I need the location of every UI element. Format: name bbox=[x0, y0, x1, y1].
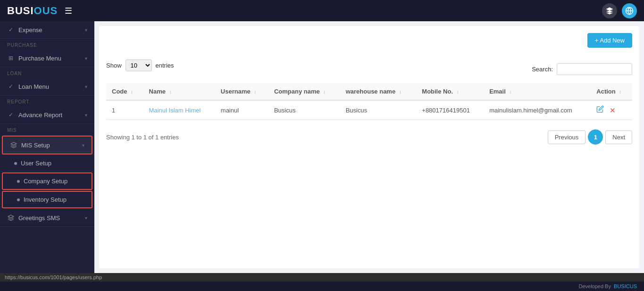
sidebar-item-purchase-left: ⊞ Purchase Menu bbox=[7, 54, 61, 62]
submenu-inventory-setup[interactable]: Inventory Setup bbox=[2, 191, 92, 208]
cell-company-name: Busicus bbox=[268, 100, 340, 120]
sort-action: ↕ bbox=[619, 89, 621, 94]
loan-section-label: LOAN bbox=[0, 67, 94, 78]
logo: BUSIOUS bbox=[7, 5, 58, 17]
cell-mobile: +8801716419501 bbox=[416, 100, 484, 120]
logo-text: BUSIOUS bbox=[7, 5, 58, 17]
mis-setup-item[interactable]: MIS Setup ▾ bbox=[2, 136, 92, 154]
submenu-user-setup[interactable]: User Setup bbox=[0, 155, 94, 171]
sort-warehouse: ↕ bbox=[399, 89, 401, 94]
user-setup-dot bbox=[14, 162, 17, 165]
globe-icon[interactable] bbox=[622, 3, 637, 18]
add-new-button[interactable]: + Add New bbox=[587, 33, 632, 48]
show-label: Show bbox=[106, 62, 122, 69]
sidebar-item-greetings-sms-left: Greetings SMS bbox=[7, 214, 60, 222]
loan-icon: ✓ bbox=[7, 83, 15, 90]
sidebar-item-advance-report-label: Advance Report bbox=[18, 111, 62, 119]
expense-arrow: ▾ bbox=[85, 27, 87, 33]
sidebar-item-mis-setup-label: MIS Setup bbox=[21, 142, 50, 149]
mis-section-label: MIS bbox=[0, 124, 94, 135]
sidebar-item-advance-report-left: ✓ Advance Report bbox=[7, 111, 62, 119]
submenu-inventory-setup-label: Inventory Setup bbox=[24, 196, 67, 203]
purchase-icon: ⊞ bbox=[7, 54, 15, 62]
hamburger-icon[interactable]: ☰ bbox=[65, 6, 72, 16]
th-mobile: Mobile No. ↕ bbox=[416, 83, 484, 100]
topbar-left: BUSIOUS ☰ bbox=[7, 5, 72, 17]
sort-email: ↕ bbox=[509, 89, 511, 94]
url-text: https://busicus.com/1001/pages/users.php bbox=[5, 274, 102, 280]
pagination-area: Showing 1 to 1 of 1 entries Previous 1 N… bbox=[106, 129, 632, 145]
purchase-section-label: PURCHASE bbox=[0, 39, 94, 50]
sidebar-item-expense[interactable]: ✓ Expense ▾ bbox=[0, 21, 94, 39]
top-controls: Show 10 25 50 100 entries Search: bbox=[106, 60, 632, 78]
advance-report-arrow: ▾ bbox=[85, 112, 87, 118]
mis-setup-arrow: ▾ bbox=[82, 143, 84, 148]
logo-ous: OUS bbox=[34, 5, 58, 17]
inventory-setup-dot bbox=[17, 198, 20, 201]
submenu-user-setup-label: User Setup bbox=[21, 160, 51, 167]
sidebar-item-loan[interactable]: ✓ Loan Menu ▾ bbox=[0, 78, 94, 95]
pagination-controls: Previous 1 Next bbox=[548, 129, 632, 145]
topbar-right bbox=[602, 3, 637, 18]
show-entries: Show 10 25 50 100 entries bbox=[106, 60, 174, 71]
sidebar-item-mis-setup-left: MIS Setup bbox=[10, 141, 50, 149]
sidebar-item-greetings-sms-label: Greetings SMS bbox=[18, 214, 60, 222]
showing-text: Showing 1 to 1 of 1 entries bbox=[106, 134, 179, 141]
search-label: Search: bbox=[532, 66, 553, 73]
sidebar: ✓ Expense ▾ PURCHASE ⊞ Purchase Menu ▾ L… bbox=[0, 21, 94, 273]
submenu-company-setup[interactable]: Company Setup bbox=[2, 172, 92, 190]
sidebar-item-expense-left: ✓ Expense bbox=[7, 26, 42, 34]
edit-button[interactable] bbox=[596, 106, 606, 114]
cell-code: 1 bbox=[106, 100, 143, 120]
layers-icon[interactable] bbox=[602, 3, 617, 18]
sidebar-item-purchase[interactable]: ⊞ Purchase Menu ▾ bbox=[0, 50, 94, 67]
cell-username: mainul bbox=[215, 100, 268, 120]
cell-name: Mainul Islam Himel bbox=[143, 100, 215, 120]
sort-username: ↕ bbox=[254, 89, 256, 94]
th-name: Name ↕ bbox=[143, 83, 215, 100]
next-button[interactable]: Next bbox=[605, 130, 632, 144]
expense-icon: ✓ bbox=[7, 26, 15, 34]
th-action: Action ↕ bbox=[591, 83, 632, 100]
th-code: Code ↕ bbox=[106, 83, 143, 100]
company-setup-dot bbox=[17, 180, 20, 183]
cell-action: ✕ bbox=[591, 100, 632, 120]
th-email: Email ↕ bbox=[484, 83, 591, 100]
greetings-sms-arrow: ▾ bbox=[85, 215, 87, 221]
table-header-row: Code ↕ Name ↕ Username ↕ Company name ↕ … bbox=[106, 83, 632, 100]
users-table: Code ↕ Name ↕ Username ↕ Company name ↕ … bbox=[106, 83, 632, 120]
content-inner: + Add New Show 10 25 50 100 entries Sear… bbox=[99, 26, 639, 268]
loan-arrow: ▾ bbox=[85, 84, 87, 89]
sort-code: ↕ bbox=[131, 89, 133, 94]
sort-mobile: ↕ bbox=[457, 89, 459, 94]
footer-brand-link[interactable]: BUSICUS bbox=[614, 283, 637, 289]
topbar: BUSIOUS ☰ bbox=[0, 0, 644, 21]
delete-button[interactable]: ✕ bbox=[610, 106, 616, 114]
mis-submenu: User Setup Company Setup Inventory Setup bbox=[0, 155, 94, 208]
sort-name: ↕ bbox=[169, 89, 172, 94]
sidebar-item-greetings-sms[interactable]: Greetings SMS ▾ bbox=[0, 209, 94, 227]
submenu-company-setup-label: Company Setup bbox=[24, 178, 67, 185]
cell-email: mainulislam.himel@gmail.com bbox=[484, 100, 591, 120]
entries-select[interactable]: 10 25 50 100 bbox=[125, 60, 152, 71]
main-layout: ✓ Expense ▾ PURCHASE ⊞ Purchase Menu ▾ L… bbox=[0, 21, 644, 273]
sidebar-item-loan-label: Loan Menu bbox=[18, 83, 49, 90]
cell-warehouse-name: Busicus bbox=[340, 100, 417, 120]
advance-report-icon: ✓ bbox=[7, 111, 15, 119]
th-company-name: Company name ↕ bbox=[268, 83, 340, 100]
search-input[interactable] bbox=[557, 63, 632, 75]
sidebar-item-purchase-label: Purchase Menu bbox=[18, 55, 61, 62]
th-warehouse-name: warehouse name ↕ bbox=[340, 83, 417, 100]
footer-developed-by: Developed By BUSICUS bbox=[578, 283, 637, 289]
greetings-sms-icon bbox=[7, 214, 15, 222]
status-bar: https://busicus.com/1001/pages/users.php bbox=[0, 273, 644, 282]
sidebar-item-loan-left: ✓ Loan Menu bbox=[7, 83, 49, 90]
search-bar: Search: bbox=[532, 63, 632, 75]
th-username: Username ↕ bbox=[215, 83, 268, 100]
previous-button[interactable]: Previous bbox=[548, 130, 586, 144]
report-section-label: REPORT bbox=[0, 95, 94, 106]
sidebar-item-advance-report[interactable]: ✓ Advance Report ▾ bbox=[0, 106, 94, 124]
purchase-arrow: ▾ bbox=[85, 56, 87, 61]
page-number-1[interactable]: 1 bbox=[588, 129, 603, 145]
sidebar-item-mis-setup[interactable]: MIS Setup ▾ bbox=[3, 137, 92, 154]
